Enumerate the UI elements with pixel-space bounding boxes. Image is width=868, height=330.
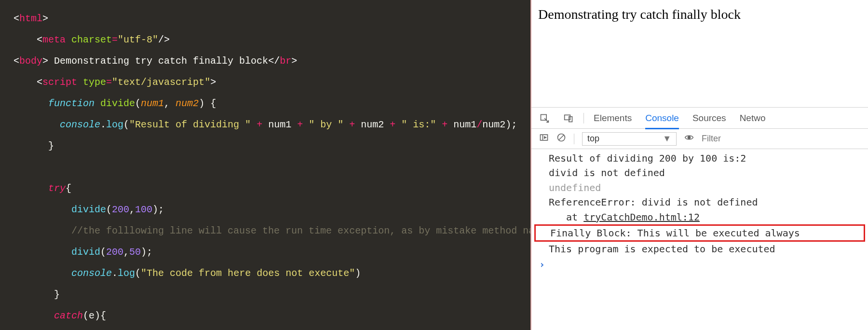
inspect-icon[interactable] [539,113,550,123]
chevron-down-icon: ▼ [663,134,671,144]
tab-sources[interactable]: Sources [692,113,726,124]
filter-input[interactable] [702,134,745,144]
tab-console[interactable]: Console [645,113,679,129]
code-editor[interactable]: <html> <meta charset="utf-8"/> <body> De… [0,0,530,330]
context-selector[interactable]: top ▼ [582,132,677,146]
console-row-highlighted: Finally Block: This will be executed alw… [534,224,865,242]
sidebar-toggle-icon[interactable] [539,133,549,145]
svg-rect-2 [569,116,572,122]
preview-text: Demonstrating try catch finally block [538,7,741,22]
tab-elements[interactable]: Elements [594,113,632,124]
console-prompt-icon[interactable]: › [531,257,868,272]
browser-pane: Demonstrating try catch finally block El… [530,0,868,330]
console-row: at tryCatchDemo.html:12 [531,210,868,224]
device-toggle-icon[interactable] [563,113,574,123]
devtools-tabs: Elements Console Sources Netwo [531,108,868,129]
svg-point-5 [688,136,691,138]
console-row: Result of dividing 200 by 100 is:2 [531,151,868,165]
tab-network[interactable]: Netwo [740,113,766,124]
console-row: This program is expected to be executed [531,242,868,256]
devtools-panel: Elements Console Sources Netwo top ▼ Res… [531,107,868,330]
console-row: undefined [531,180,868,195]
stack-link[interactable]: tryCatchDemo.html:12 [583,211,700,223]
console-row: ReferenceError: divid is not defined [531,195,868,209]
context-label: top [587,134,599,144]
console-output[interactable]: Result of dividing 200 by 100 is:2 divid… [531,149,868,330]
live-expression-icon[interactable] [684,133,694,145]
console-toolbar: top ▼ [531,129,868,149]
console-row: divid is not defined [531,165,868,180]
clear-console-icon[interactable] [556,133,566,145]
page-preview: Demonstrating try catch finally block [531,0,868,107]
